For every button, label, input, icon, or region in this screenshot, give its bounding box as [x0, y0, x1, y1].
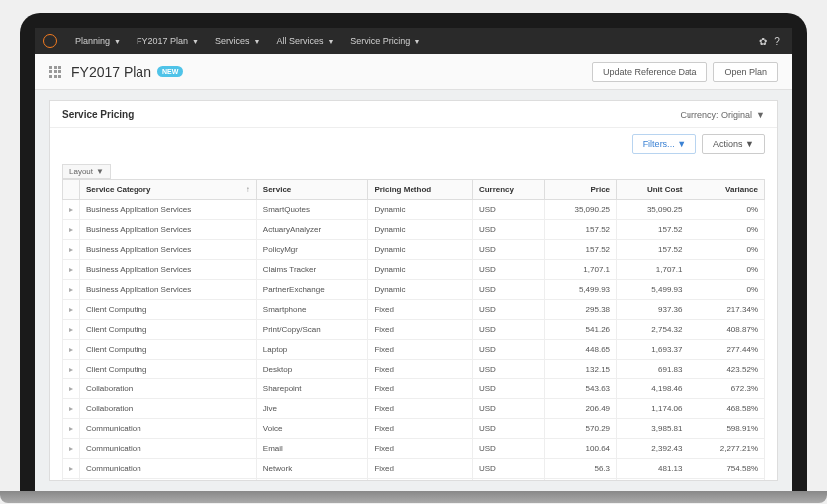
chevron-down-icon: ▼	[756, 110, 765, 120]
cell-price: 132.15	[544, 360, 616, 379]
cell-service: Voice	[256, 419, 368, 439]
cell-price: 543.63	[544, 379, 616, 399]
expand-icon[interactable]: ▸	[63, 459, 80, 479]
cell-category: Client Computing	[80, 360, 257, 379]
cell-category: Business Application Services	[80, 240, 257, 260]
table-row[interactable]: ▸Client ComputingSmartphoneFixedUSD295.3…	[63, 300, 765, 320]
cell-variance: 754.58%	[689, 459, 765, 479]
panel-title: Service Pricing	[62, 109, 134, 120]
app-logo-icon	[43, 34, 57, 48]
table-row[interactable]: ▸CommunicationNetworkFixedUSD56.3481.137…	[63, 459, 765, 479]
cell-service: Email	[256, 439, 368, 459]
update-reference-data-button[interactable]: Update Reference Data	[592, 62, 708, 82]
nav-services[interactable]: Services▼	[207, 36, 268, 46]
cell-method: Fixed	[368, 300, 473, 320]
table-row[interactable]: ▸CommunicationOffice365FixedUSD100.640-1…	[63, 479, 765, 481]
table-row[interactable]: ▸Business Application ServicesPolicyMgrD…	[63, 240, 765, 260]
col-service[interactable]: Service	[256, 180, 368, 200]
table-row[interactable]: ▸Business Application ServicesClaims Tra…	[63, 260, 765, 280]
expand-icon[interactable]: ▸	[63, 399, 80, 419]
nav-planning[interactable]: Planning▼	[67, 36, 129, 46]
cell-service: PolicyMgr	[256, 240, 368, 260]
table-row[interactable]: ▸CollaborationSharepointFixedUSD543.634,…	[63, 379, 765, 399]
expand-icon[interactable]: ▸	[63, 419, 80, 439]
cell-price: 1,707.1	[544, 260, 616, 280]
expand-icon[interactable]: ▸	[63, 379, 80, 399]
cell-variance: 598.91%	[689, 419, 765, 439]
col-service-category[interactable]: Service Category↑	[80, 180, 257, 200]
cell-currency: USD	[472, 459, 544, 479]
sort-asc-icon: ↑	[246, 185, 250, 194]
cell-currency: USD	[472, 240, 544, 260]
cell-price: 56.3	[544, 459, 616, 479]
cell-variance: 0%	[689, 220, 765, 240]
table-row[interactable]: ▸CommunicationEmailFixedUSD100.642,392.4…	[63, 439, 765, 459]
expand-icon[interactable]: ▸	[63, 280, 80, 300]
cell-unit-cost: 1,174.06	[617, 399, 689, 419]
expand-icon[interactable]: ▸	[63, 300, 80, 320]
expand-icon[interactable]: ▸	[63, 220, 80, 240]
cell-currency: USD	[472, 360, 544, 379]
cell-category: Collaboration	[80, 379, 257, 399]
table-row[interactable]: ▸Client ComputingLaptopFixedUSD448.651,6…	[63, 340, 765, 360]
cell-category: Business Application Services	[80, 260, 257, 280]
col-currency[interactable]: Currency	[472, 180, 544, 200]
col-unit-cost[interactable]: Unit Cost	[617, 180, 689, 200]
col-variance[interactable]: Variance	[689, 180, 765, 200]
cell-category: Communication	[80, 459, 257, 479]
nav-fy2017-plan[interactable]: FY2017 Plan▼	[129, 36, 207, 46]
cell-currency: USD	[472, 340, 544, 360]
nav-label: FY2017 Plan	[137, 36, 188, 46]
cell-service: Network	[256, 459, 368, 479]
cell-category: Client Computing	[80, 340, 257, 360]
table-row[interactable]: ▸CommunicationVoiceFixedUSD570.293,985.8…	[63, 419, 765, 439]
expand-icon[interactable]: ▸	[63, 439, 80, 459]
cell-service: SmartQuotes	[256, 200, 368, 220]
help-icon[interactable]: ?	[770, 36, 784, 47]
cell-variance: 672.3%	[689, 379, 765, 399]
expand-icon[interactable]: ▸	[63, 340, 80, 360]
cell-unit-cost: 3,985.81	[617, 419, 689, 439]
col-price[interactable]: Price	[544, 180, 616, 200]
expand-icon[interactable]: ▸	[63, 320, 80, 340]
expand-icon[interactable]: ▸	[63, 240, 80, 260]
layout-button[interactable]: Layout▼	[62, 164, 111, 179]
currency-selector[interactable]: Currency: Original▼	[681, 110, 765, 120]
expand-icon[interactable]: ▸	[63, 200, 80, 220]
cell-category: Business Application Services	[80, 220, 257, 240]
expand-icon[interactable]: ▸	[63, 260, 80, 280]
table-row[interactable]: ▸Business Application ServicesSmartQuote…	[63, 200, 765, 220]
expand-icon[interactable]: ▸	[63, 479, 80, 481]
cell-variance: -100%	[689, 479, 765, 481]
cell-currency: USD	[472, 379, 544, 399]
actions-button[interactable]: Actions ▼	[702, 134, 765, 154]
table-row[interactable]: ▸Business Application ServicesPartnerExc…	[63, 280, 765, 300]
chevron-down-icon: ▼	[114, 38, 121, 45]
cell-category: Communication	[80, 419, 257, 439]
cell-unit-cost: 157.52	[617, 220, 689, 240]
table-row[interactable]: ▸CollaborationJiveFixedUSD206.491,174.06…	[63, 399, 765, 419]
cell-method: Dynamic	[368, 240, 473, 260]
col-pricing-method[interactable]: Pricing Method	[368, 180, 473, 200]
layout-label: Layout	[69, 167, 93, 176]
nav-label: Service Pricing	[350, 36, 410, 46]
cell-method: Dynamic	[368, 280, 473, 300]
settings-icon[interactable]: ✿	[756, 36, 770, 47]
table-row[interactable]: ▸Business Application ServicesActuaryAna…	[63, 220, 765, 240]
filters-button[interactable]: Filters... ▼	[632, 134, 696, 154]
table-row[interactable]: ▸Client ComputingPrint/Copy/ScanFixedUSD…	[63, 320, 765, 340]
cell-method: Fixed	[368, 379, 473, 399]
cell-currency: USD	[472, 200, 544, 220]
cell-service: ActuaryAnalyzer	[256, 220, 368, 240]
page-title: FY2017 Plan	[71, 64, 151, 80]
cell-category: Client Computing	[80, 300, 257, 320]
cell-variance: 2,277.21%	[689, 439, 765, 459]
table-row[interactable]: ▸Client ComputingDesktopFixedUSD132.1569…	[63, 360, 765, 379]
open-plan-button[interactable]: Open Plan	[713, 62, 778, 82]
cell-unit-cost: 4,198.46	[617, 379, 689, 399]
nav-service-pricing[interactable]: Service Pricing▼	[342, 36, 428, 46]
expand-icon[interactable]: ▸	[63, 360, 80, 379]
nav-all-services[interactable]: All Services▼	[268, 36, 342, 46]
cell-price: 570.29	[544, 419, 616, 439]
cell-price: 35,090.25	[544, 200, 616, 220]
